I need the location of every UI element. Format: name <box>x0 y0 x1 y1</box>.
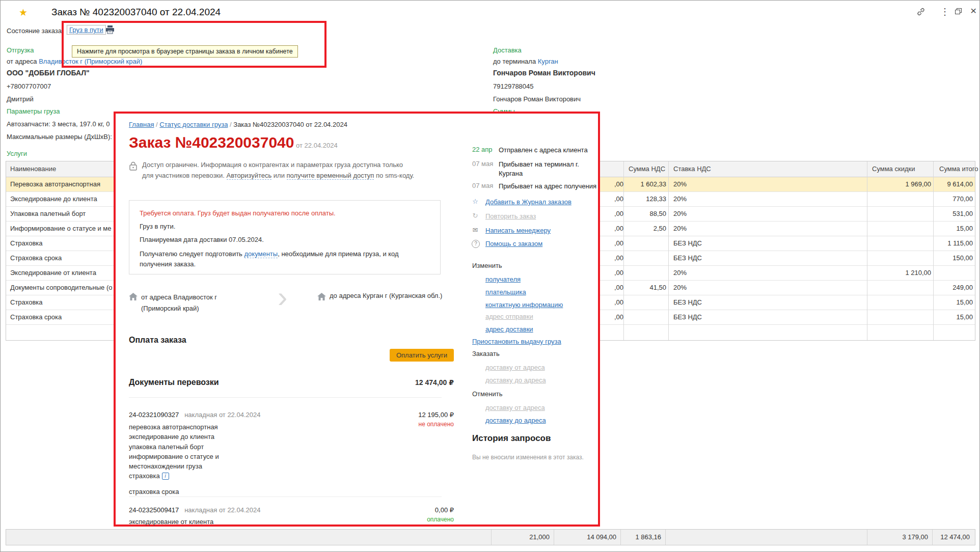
pay-services-button[interactable]: Оплатить услуги <box>390 349 454 362</box>
cancel-pickup-link: доставку от адреса <box>485 404 545 411</box>
payment-header: Оплата заказа <box>129 336 186 345</box>
payment-required-text: Требуется оплата. Груз будет выдан получ… <box>140 209 430 217</box>
lock-icon <box>129 161 137 171</box>
recipient-name: Гончаров Роман Викторович <box>493 69 595 77</box>
print-icon[interactable] <box>105 25 115 34</box>
timeline-date: 07 мая <box>472 182 496 189</box>
edit-contacts-link[interactable]: контактную информацию <box>485 301 563 309</box>
more-menu-icon[interactable]: ⋮ <box>940 6 949 17</box>
divider <box>129 496 442 497</box>
help-icon: ? <box>472 239 480 248</box>
home-from-icon <box>129 293 138 300</box>
total-grand: 12 474,00 <box>932 530 974 545</box>
route-from: от адреса Владивосток г(Приморский край) <box>141 292 263 314</box>
planned-date-text: Планируемая дата доставки 07.05.2024. <box>140 236 430 243</box>
docs-total-amount: 12 474,00 ₽ <box>372 378 454 387</box>
doc2-number: 24-02325009417 накладная от 22.04.2024 <box>129 506 260 514</box>
total-sum: 14 094,00 <box>554 530 620 545</box>
shipment-from-address: от адреса Владивосток г (Приморский край… <box>7 58 142 65</box>
order-state-link[interactable]: Груз в пути <box>67 25 106 35</box>
edit-section-header: Изменить <box>472 262 502 269</box>
delivery-header: Доставка <box>493 46 522 54</box>
repeat-order-link: Повторить заказ <box>485 212 536 220</box>
breadcrumb: Главная / Статус доставки груза / Заказ … <box>129 121 347 128</box>
order-state-label: Состояние заказа <box>7 27 62 35</box>
breadcrumb-current: Заказ №402320037040 от 22.04.2024 <box>233 121 347 128</box>
authorize-link[interactable]: Авторизуйтесь <box>227 172 272 180</box>
repeat-order-icon: ↻ <box>471 212 479 219</box>
order-lastmile-link: доставку до адреса <box>485 376 546 384</box>
column-divider <box>867 161 867 340</box>
column-divider <box>623 161 624 340</box>
recipient-contact: Гончаров Роман Викторович <box>493 95 581 103</box>
divider <box>129 397 442 398</box>
doc1-amount: 12 195,00 ₽ <box>372 411 454 419</box>
timeline-date: 22 апр <box>472 146 496 153</box>
from-address-link[interactable]: Владивосток г (Приморский край) <box>39 58 142 65</box>
total-qty: 21,000 <box>491 530 554 545</box>
mail-icon: ✉ <box>471 226 479 234</box>
payment-notice: Требуется оплата. Груз будет выдан получ… <box>129 200 441 274</box>
col-header-name: Наименование <box>10 161 56 177</box>
add-to-journal-link[interactable]: Добавить в Журнал заказов <box>485 198 571 206</box>
restore-window-icon[interactable] <box>955 8 962 15</box>
timeline-date: 07 мая <box>472 160 496 168</box>
home-to-icon <box>317 293 326 300</box>
documents-note: Получателю следует подготовить документы… <box>140 249 430 269</box>
recipient-phone: 79129788045 <box>493 82 534 90</box>
transit-status-text: Груз в пути. <box>140 223 430 230</box>
delivery-terminal: до терминала Курган <box>493 58 558 65</box>
cargo-dims-line: Максимальные размеры (ДхШхВ): <box>7 133 112 141</box>
column-divider <box>933 161 934 340</box>
page-title: Заказ № 402320037040 от 22.04.2024 <box>51 7 221 18</box>
edit-payer-link[interactable]: плательщика <box>485 288 526 296</box>
shipment-header: Отгрузка <box>7 46 34 54</box>
timeline-event: Прибывает на терминал г. Кургана <box>499 160 580 178</box>
totals-row: 21,000 14 094,00 1 863,16 3 179,00 12 47… <box>6 529 975 545</box>
shipper-phone: +78007707007 <box>7 82 51 90</box>
doc1-extra-service: страховка срока <box>129 487 179 496</box>
column-divider <box>668 161 669 340</box>
favorite-star-icon[interactable]: ★ <box>19 7 28 18</box>
total-empty <box>665 530 867 545</box>
col-header-vat-rate: Ставка НДС <box>673 161 711 177</box>
temp-access-link[interactable]: получите временный доступ <box>287 172 374 180</box>
breadcrumb-status[interactable]: Статус доставки груза <box>159 121 228 128</box>
journal-star-icon: ☆ <box>471 198 479 205</box>
chevron-right-icon: › <box>278 287 287 307</box>
doc2-service: экспедирование от клиента <box>129 517 213 527</box>
popup-order-title: Заказ №402320037040 от 22.04.2024 <box>129 134 338 151</box>
cargo-params-header: Параметры груза <box>7 107 60 115</box>
write-manager-link[interactable]: Написать менеджеру <box>485 227 551 234</box>
history-header: История запросов <box>472 433 551 444</box>
suspend-delivery-link[interactable]: Приостановить выдачу груза <box>472 338 561 345</box>
doc2-status: оплачено <box>372 516 454 523</box>
copy-link-icon[interactable] <box>916 7 925 16</box>
history-note: Вы не вносили изменения в этот заказ. <box>472 454 584 461</box>
cancel-lastmile-link[interactable]: доставку до адреса <box>485 417 546 424</box>
tooltip: Нажмите для просмотра в браузере страниц… <box>72 45 298 58</box>
terminal-link[interactable]: Курган <box>538 58 558 65</box>
total-discount: 3 179,00 <box>867 530 932 545</box>
doc1-status: не оплачено <box>372 421 454 428</box>
order-pickup-link: доставку от адреса <box>485 364 545 371</box>
col-header-discount: Сумма скидки <box>872 161 915 177</box>
access-limited-text: Доступ ограничен. Информация о контраген… <box>142 159 458 181</box>
services-header: Услуги <box>7 150 27 157</box>
order-section-header: Заказать <box>472 350 500 357</box>
cargo-line: Автозапчасти: 3 места, 197.0 кг, 0 <box>7 120 110 128</box>
doc2-amount: 0,00 ₽ <box>372 506 454 514</box>
insurance-info-icon[interactable]: i <box>162 473 169 480</box>
cancel-section-header: Отменить <box>472 390 502 398</box>
doc1-services: перевозка автотранспортная экспедировани… <box>129 422 219 481</box>
breadcrumb-home[interactable]: Главная <box>129 121 154 128</box>
transport-docs-header: Документы перевозки <box>129 378 219 387</box>
timeline-event: Отправлен с адреса клиента <box>499 146 598 155</box>
edit-recipient-link[interactable]: получателя <box>485 275 521 283</box>
timeline-event: Прибывает на адрес получения <box>499 182 606 191</box>
shipper-company: ООО "ДОББИ ГЛОБАЛ" <box>7 69 90 77</box>
documents-link[interactable]: документы <box>244 250 278 258</box>
edit-delivery-address-link[interactable]: адрес доставки <box>485 325 533 333</box>
close-icon[interactable]: × <box>970 5 976 17</box>
order-help-link[interactable]: Помощь с заказом <box>485 240 542 247</box>
